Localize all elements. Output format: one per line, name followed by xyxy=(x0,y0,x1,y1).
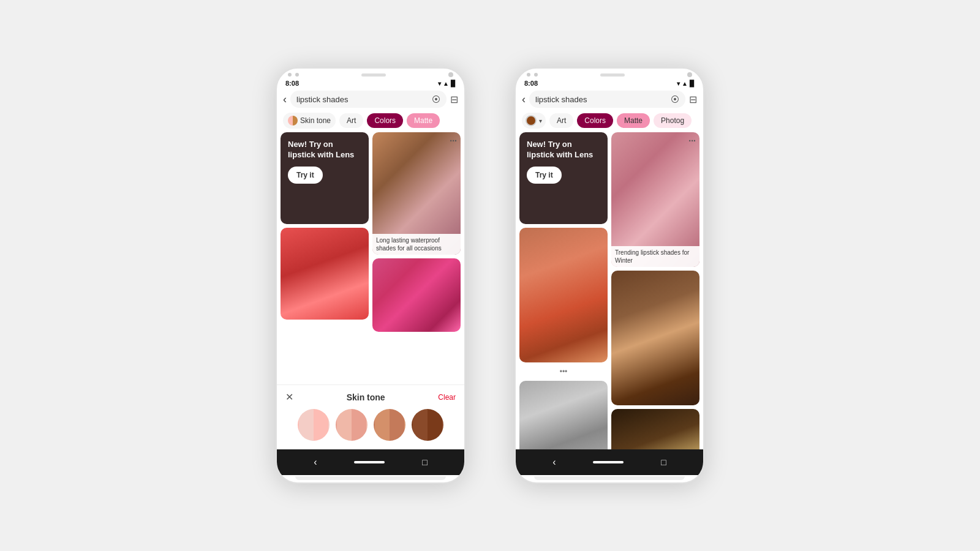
sensor-left xyxy=(448,72,453,77)
chevron-down-icon: ▾ xyxy=(539,118,542,124)
chip-matte-left[interactable]: Matte xyxy=(407,113,440,128)
skin-tone-dot-left xyxy=(288,116,298,126)
lipstick-drops-card-left[interactable] xyxy=(372,258,461,332)
nav-back-right[interactable]: ‹ xyxy=(552,457,556,468)
bottom-nub-left xyxy=(295,476,446,480)
phone-left: 8:08 ▾ ▲ ▉ ‹ lipstick shades ⦿ ⊟ Skin to… xyxy=(276,67,466,484)
signal-icon: ▲ xyxy=(443,80,449,87)
col-left-1: New! Try on lipstick with Lens Try it xyxy=(281,132,369,384)
skin-tone-close-button[interactable]: ✕ xyxy=(285,391,293,403)
try-on-title-left: New! Try on lipstick with Lens xyxy=(288,140,361,160)
chip-photo-right[interactable]: Photog xyxy=(654,113,692,128)
chip-matte-right[interactable]: Matte xyxy=(617,113,650,128)
swatch-light[interactable] xyxy=(298,409,330,441)
search-input-wrap-right[interactable]: lipstick shades ⦿ xyxy=(529,91,685,108)
nav-home-right[interactable] xyxy=(593,461,624,463)
woman-silver-card[interactable] xyxy=(519,381,608,449)
chip-colors-right[interactable]: Colors xyxy=(577,113,613,128)
more-options-icon-left[interactable]: ··· xyxy=(450,136,457,146)
masonry-left: New! Try on lipstick with Lens Try it Lo… xyxy=(277,132,464,384)
main-content-right: New! Try on lipstick with Lens Try it ••… xyxy=(516,132,703,449)
col-right-1: New! Try on lipstick with Lens Try it ••… xyxy=(519,132,608,449)
chip-skin-dot-right[interactable]: ▾ xyxy=(522,113,546,129)
nav-overview-left[interactable]: □ xyxy=(422,457,427,467)
card-caption-right: Trending lipstick shades for Winter xyxy=(611,246,699,267)
red-lips-image-left xyxy=(281,228,369,320)
card-caption-left: Long lasting waterproof shades for all o… xyxy=(372,234,461,255)
filter-chips-left: Skin tone Art Colors Matte xyxy=(277,110,464,132)
camera-search-icon-right[interactable]: ⦿ xyxy=(671,94,679,104)
scene: 8:08 ▾ ▲ ▉ ‹ lipstick shades ⦿ ⊟ Skin to… xyxy=(276,67,704,484)
phone-right: 8:08 ▾ ▲ ▉ ‹ lipstick shades ⦿ ⊟ ▾ Art C… xyxy=(514,67,704,484)
back-button-left[interactable]: ‹ xyxy=(283,93,287,106)
red-lips-card-left[interactable] xyxy=(281,228,369,320)
phone-bottom-left: ✕ Skin tone Clear ‹ □ xyxy=(277,384,464,482)
filter-icon-right[interactable]: ⊟ xyxy=(689,94,697,105)
search-bar-right[interactable]: ‹ lipstick shades ⦿ ⊟ xyxy=(516,88,703,110)
lips-applying-card-left[interactable]: Long lasting waterproof shades for all o… xyxy=(372,132,461,255)
woman-darkglam-image xyxy=(611,271,699,405)
status-icons-left: ▾ ▲ ▉ xyxy=(438,80,456,87)
swatch-medium[interactable] xyxy=(374,409,405,441)
phone-bottom-right: ‹ □ xyxy=(516,449,703,482)
search-bar-left[interactable]: ‹ lipstick shades ⦿ ⊟ xyxy=(277,88,464,110)
woman-goldlips-card[interactable] xyxy=(611,409,699,449)
chip-skin-tone-left[interactable]: Skin tone xyxy=(283,113,336,129)
try-on-card-left: New! Try on lipstick with Lens Try it xyxy=(281,132,369,224)
swatch-medium-light[interactable] xyxy=(336,409,368,441)
status-bar-left: 8:08 ▾ ▲ ▉ xyxy=(277,77,464,88)
filter-icon-left[interactable]: ⊟ xyxy=(450,94,458,105)
col-right-2: Trending lipstick shades for Winter ··· xyxy=(611,132,699,449)
status-bar-right: 8:08 ▾ ▲ ▉ xyxy=(516,77,703,88)
speaker-right xyxy=(600,73,625,77)
filter-chips-right: ▾ Art Colors Matte Photog xyxy=(516,110,703,132)
woman-warmtone-card[interactable] xyxy=(519,228,608,362)
chip-art-right[interactable]: Art xyxy=(549,113,573,128)
nav-bar-right: ‹ □ xyxy=(516,449,703,475)
nav-home-left[interactable] xyxy=(354,461,385,463)
chip-art-left[interactable]: Art xyxy=(339,113,363,128)
masonry-right: New! Try on lipstick with Lens Try it ••… xyxy=(516,132,703,449)
wifi-icon: ▾ xyxy=(438,80,441,87)
battery-icon-r: ▉ xyxy=(690,80,695,87)
camera-dot-r1 xyxy=(527,73,530,77)
col-left-2: Long lasting waterproof shades for all o… xyxy=(372,132,461,384)
skin-tone-swatches xyxy=(285,409,456,441)
try-it-button-left[interactable]: Try it xyxy=(288,167,323,184)
signal-icon-r: ▲ xyxy=(682,80,688,87)
woman-silver-image xyxy=(519,381,608,449)
phone-top-left xyxy=(277,69,464,77)
time-left: 8:08 xyxy=(285,80,299,87)
chip-skin-label: Skin tone xyxy=(300,116,331,125)
try-it-button-right[interactable]: Try it xyxy=(527,167,562,184)
sensor-right xyxy=(687,72,692,77)
woman-darkglam-card[interactable] xyxy=(611,271,699,405)
nav-bar-left: ‹ □ xyxy=(277,449,464,475)
camera-search-icon-left[interactable]: ⦿ xyxy=(432,94,440,104)
nav-overview-right[interactable]: □ xyxy=(661,457,666,467)
lips-closeup-card[interactable]: Trending lipstick shades for Winter ··· xyxy=(611,132,699,267)
more-dots-row[interactable]: ••• xyxy=(519,366,608,377)
camera-dot-r2 xyxy=(534,73,538,77)
skin-tone-header: ✕ Skin tone Clear xyxy=(285,391,456,403)
woman-warmtone-image xyxy=(519,228,608,362)
phone-top-right xyxy=(516,69,703,77)
skin-tone-title: Skin tone xyxy=(293,392,438,402)
swatch-dark[interactable] xyxy=(412,409,443,441)
main-content-left: New! Try on lipstick with Lens Try it Lo… xyxy=(277,132,464,384)
search-input-wrap-left[interactable]: lipstick shades ⦿ xyxy=(290,91,447,108)
battery-icon: ▉ xyxy=(451,80,456,87)
back-button-right[interactable]: ‹ xyxy=(522,93,526,106)
skin-tone-clear-button[interactable]: Clear xyxy=(438,393,456,402)
more-options-icon-right[interactable]: ··· xyxy=(688,136,696,146)
skin-tone-panel: ✕ Skin tone Clear xyxy=(277,384,464,449)
bottom-nub-right xyxy=(534,476,685,480)
wifi-icon-r: ▾ xyxy=(677,80,680,87)
chip-colors-left[interactable]: Colors xyxy=(367,113,403,128)
status-icons-right: ▾ ▲ ▉ xyxy=(677,80,695,87)
nav-back-left[interactable]: ‹ xyxy=(314,457,317,468)
time-right: 8:08 xyxy=(524,80,538,87)
camera-dot xyxy=(288,73,292,77)
woman-goldlips-image xyxy=(611,409,699,449)
speaker-left xyxy=(361,73,386,77)
